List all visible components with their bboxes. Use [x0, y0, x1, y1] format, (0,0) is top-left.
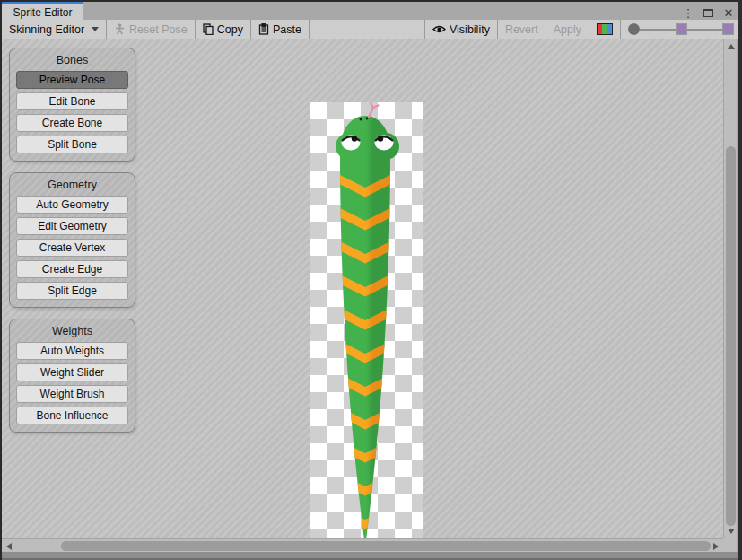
- create-bone-button[interactable]: Create Bone: [16, 114, 128, 132]
- copy-icon: [203, 23, 214, 35]
- geometry-panel-title: Geometry: [10, 173, 135, 196]
- window-left-edge: [0, 0, 2, 560]
- paste-icon: [258, 23, 269, 35]
- maximize-icon[interactable]: [703, 9, 713, 17]
- window-menu-icon[interactable]: ⋮: [682, 6, 694, 19]
- copy-button[interactable]: Copy: [196, 20, 250, 39]
- bones-panel: Bones Preview Pose Edit Bone Create Bone…: [9, 48, 135, 162]
- weights-buttons: Auto Weights Weight Slider Weight Brush …: [10, 342, 135, 432]
- window-bottom-edge: [0, 552, 742, 560]
- scroll-left-icon[interactable]: [6, 543, 12, 550]
- close-icon[interactable]: ✕: [722, 6, 735, 19]
- skinning-editor-dropdown[interactable]: Skinning Editor: [2, 20, 106, 39]
- bone-influence-button[interactable]: Bone Influence: [16, 407, 128, 424]
- horizontal-scrollbar[interactable]: [2, 538, 723, 552]
- slider-track[interactable]: [687, 29, 723, 31]
- create-edge-button[interactable]: Create Edge: [16, 260, 128, 278]
- slider-knob[interactable]: [628, 23, 640, 35]
- geometry-panel: Geometry Auto Geometry Edit Geometry Cre…: [9, 172, 135, 308]
- edit-bone-button[interactable]: Edit Bone: [16, 92, 128, 110]
- geometry-buttons: Auto Geometry Edit Geometry Create Verte…: [10, 196, 135, 307]
- eye-icon: [432, 24, 446, 34]
- bones-buttons: Preview Pose Edit Bone Create Bone Split…: [10, 71, 135, 161]
- rgb-swatch-icon: [597, 23, 613, 35]
- edit-geometry-button[interactable]: Edit Geometry: [16, 217, 128, 235]
- title-bar: Sprite Editor ⋮ ✕: [0, 0, 742, 20]
- window-right-edge: [738, 0, 742, 560]
- paste-button[interactable]: Paste: [251, 20, 309, 39]
- weight-brush-button[interactable]: Weight Brush: [16, 385, 128, 403]
- tab-sprite-editor[interactable]: Sprite Editor: [2, 2, 83, 22]
- pose-figure-icon: [114, 23, 126, 35]
- snake-nostril: [360, 118, 362, 121]
- vertical-scrollbar-thumb[interactable]: [726, 146, 736, 526]
- auto-geometry-button[interactable]: Auto Geometry: [16, 196, 128, 214]
- scroll-down-icon[interactable]: [728, 529, 735, 534]
- visibility-button[interactable]: Visibility: [425, 20, 497, 39]
- split-edge-button[interactable]: Split Edge: [16, 282, 128, 300]
- scroll-up-icon[interactable]: [728, 44, 735, 49]
- scroll-right-icon[interactable]: [713, 543, 719, 550]
- toolbar-separator: [309, 20, 310, 39]
- sprite-color-swatch-button[interactable]: [589, 20, 620, 39]
- snake-tongue: [369, 103, 379, 117]
- window-controls: ⋮ ✕: [682, 4, 735, 22]
- bones-panel-title: Bones: [10, 48, 135, 71]
- create-vertex-button[interactable]: Create Vertex: [16, 239, 128, 257]
- auto-weights-button[interactable]: Auto Weights: [16, 342, 128, 360]
- opacity-slider[interactable]: [621, 20, 738, 39]
- slider-track[interactable]: [640, 29, 676, 31]
- vertical-scrollbar[interactable]: [723, 39, 737, 538]
- sprite-editor-window: Sprite Editor ⋮ ✕ Skinning Editor Reset …: [0, 0, 742, 560]
- texture-handle-icon[interactable]: [676, 23, 687, 35]
- weights-panel-title: Weights: [10, 319, 135, 342]
- snake-sprite: [310, 102, 423, 556]
- chevron-down-icon: [92, 27, 99, 31]
- weights-panel: Weights Auto Weights Weight Slider Weigh…: [9, 319, 135, 433]
- toolbar-right-group: Visibility Revert Apply: [424, 20, 738, 39]
- reset-pose-button[interactable]: Reset Pose: [107, 20, 195, 39]
- texture-handle-icon[interactable]: [722, 23, 734, 35]
- sprite-texture-area[interactable]: [310, 102, 423, 556]
- apply-button[interactable]: Apply: [546, 20, 589, 39]
- weight-slider-button[interactable]: Weight Slider: [16, 363, 128, 381]
- toolbar: Skinning Editor Reset Pose Copy Paste: [2, 20, 738, 39]
- tab-title: Sprite Editor: [13, 6, 72, 19]
- snake-right-pupil: [378, 136, 383, 141]
- split-bone-button[interactable]: Split Bone: [16, 136, 128, 153]
- scrollbar-corner: [723, 538, 737, 552]
- horizontal-scrollbar-thumb[interactable]: [61, 541, 711, 551]
- snake-left-pupil: [352, 136, 357, 141]
- revert-button[interactable]: Revert: [498, 20, 546, 39]
- preview-pose-button[interactable]: Preview Pose: [16, 71, 128, 89]
- snake-nostril: [366, 118, 369, 120]
